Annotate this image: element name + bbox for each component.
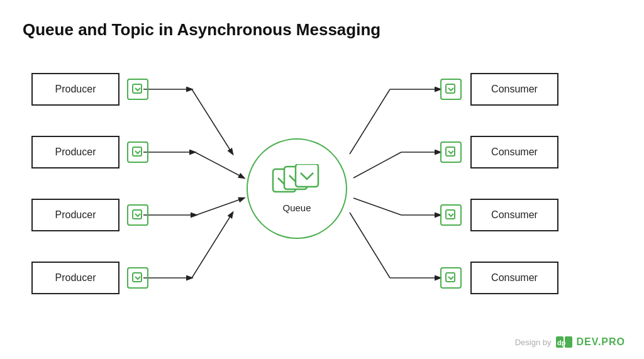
svg-line-12 <box>353 198 401 215</box>
branding: Design by dp DEV.PRO <box>515 335 625 349</box>
consumer-box-4: Consumer <box>470 262 558 294</box>
consumer-box-1: Consumer <box>470 73 558 106</box>
queue-center-label: Queue <box>282 202 311 213</box>
svg-rect-28 <box>565 336 572 348</box>
queue-icon-c4 <box>440 267 462 289</box>
brand-logo: dp DEV.PRO <box>556 335 625 349</box>
queue-icon-c3 <box>440 204 462 226</box>
queue-icon-p1 <box>127 79 148 100</box>
brand-name: DEV.PRO <box>576 336 625 348</box>
design-by-label: Design by <box>515 338 552 347</box>
producer-box-3: Producer <box>31 199 119 231</box>
svg-line-10 <box>353 152 401 178</box>
svg-line-1 <box>192 89 233 154</box>
producer-box-1: Producer <box>31 73 119 106</box>
consumer-box-3: Consumer <box>470 199 558 231</box>
page-title: Queue and Topic in Asynchronous Messagin… <box>23 20 380 40</box>
svg-text:dp: dp <box>557 339 566 346</box>
producer-box-4: Producer <box>31 262 119 294</box>
svg-line-3 <box>195 152 244 178</box>
producer-box-2: Producer <box>31 136 119 168</box>
svg-line-7 <box>192 213 233 278</box>
consumer-box-2: Consumer <box>470 136 558 168</box>
queue-icon-p4 <box>127 267 148 289</box>
svg-line-8 <box>350 89 390 154</box>
queue-icon-p2 <box>127 141 148 163</box>
diagram: Producer Producer Producer Producer <box>0 57 644 346</box>
queue-icon-c1 <box>440 79 462 100</box>
svg-line-14 <box>350 213 390 278</box>
queue-icon-c2 <box>440 141 462 163</box>
svg-rect-22 <box>296 164 318 187</box>
svg-line-5 <box>196 198 244 215</box>
center-queue-circle: Queue <box>247 138 347 239</box>
queue-icon-p3 <box>127 204 148 226</box>
